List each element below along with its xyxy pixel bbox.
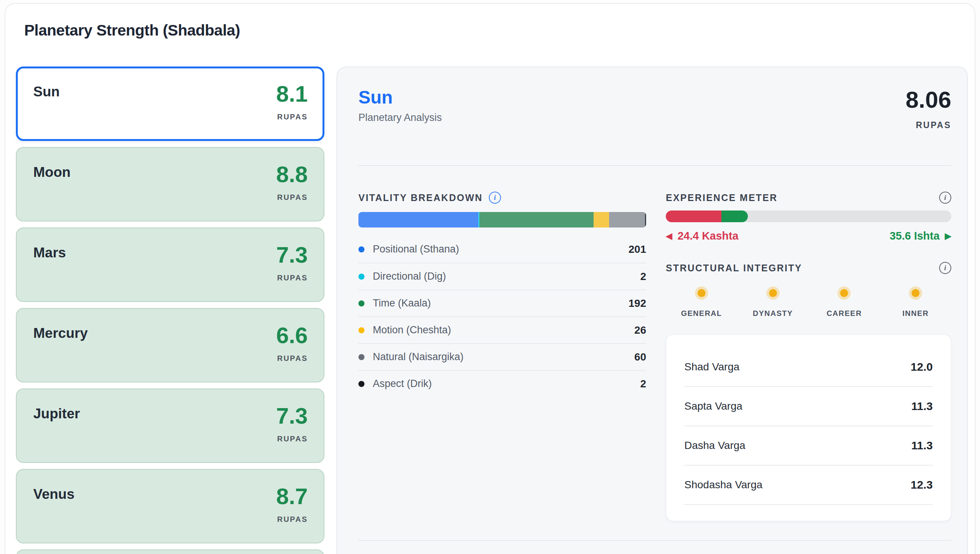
integrity-item: GENERAL xyxy=(666,280,737,318)
detail-subtitle: Planetary Analysis xyxy=(359,112,442,124)
panel-header: Sun Planetary Analysis 8.06 RUPAS xyxy=(359,88,951,131)
vitality-bar-segment xyxy=(609,212,645,228)
left-arrow-icon: ◀ xyxy=(666,231,672,241)
vitality-value: 26 xyxy=(634,324,646,336)
planet-name: Jupiter xyxy=(33,404,80,462)
experience-meter-labels: ◀ 24.4 Kashta 35.6 Ishta ▶ xyxy=(666,230,951,242)
integrity-section: STRUCTURAL INTEGRITY i GENERAL xyxy=(666,262,951,318)
planet-card[interactable]: Venus 8.7 RUPAS xyxy=(16,469,324,543)
planet-units-label: RUPAS xyxy=(277,435,308,443)
header-divider xyxy=(359,165,951,166)
status-dot-icon xyxy=(698,289,706,297)
experience-meter-kashta-fill xyxy=(666,210,721,222)
planet-score: 8.8 RUPAS xyxy=(276,162,308,221)
integrity-item: DYNASTY xyxy=(737,280,809,318)
planet-value: 8.7 xyxy=(276,484,308,509)
vitality-bar-segment xyxy=(480,212,594,228)
panel-header-left: Sun Planetary Analysis xyxy=(359,88,442,131)
vitality-label: Positional (Sthana) xyxy=(373,244,459,255)
vitality-label: Directional (Dig) xyxy=(373,271,446,282)
info-icon[interactable]: i xyxy=(939,262,951,274)
page-title: Planetary Strength (Shadbala) xyxy=(24,21,968,40)
planet-units-label: RUPAS xyxy=(277,193,308,202)
right-arrow-icon: ▶ xyxy=(945,231,951,241)
vitality-stacked-bar xyxy=(359,212,646,228)
varga-card: Shad Varga 12.0 Sapta Varga 11.3 Dasha V… xyxy=(666,334,951,521)
planet-card[interactable]: Moon 8.8 RUPAS xyxy=(16,147,324,221)
integrity-label: GENERAL xyxy=(681,309,722,318)
planet-name: Mars xyxy=(33,243,66,301)
legend-dot-icon xyxy=(359,327,365,333)
vitality-label: Motion (Cheshta) xyxy=(373,324,451,336)
vitality-heading: VITALITY BREAKDOWN xyxy=(359,193,483,203)
experience-heading-row: EXPERIENCE METER i xyxy=(666,192,951,204)
ishta-label: 35.6 Ishta ▶ xyxy=(890,230,951,242)
status-dot-icon xyxy=(911,289,919,297)
varga-label: Dasha Varga xyxy=(684,439,745,452)
vitality-label: Aspect (Drik) xyxy=(373,378,432,390)
planet-value: 8.1 xyxy=(276,82,308,107)
vitality-row: Directional (Dig) 2 xyxy=(359,263,646,290)
planet-card[interactable]: Mercury 6.6 RUPAS xyxy=(16,308,324,382)
varga-value: 11.3 xyxy=(911,400,933,413)
experience-meter-bar xyxy=(666,210,951,222)
planet-list: Sun 8.1 RUPAS Moon 8.8 RUPAS Mars xyxy=(16,67,324,554)
planet-units-label: RUPAS xyxy=(277,113,308,121)
varga-label: Shad Varga xyxy=(684,361,739,373)
vitality-bar-segment xyxy=(645,212,646,228)
planet-units-label: RUPAS xyxy=(277,274,308,282)
vitality-heading-row: VITALITY BREAKDOWN i xyxy=(359,192,646,204)
vitality-section: VITALITY BREAKDOWN i xyxy=(359,192,646,521)
planet-name: Moon xyxy=(33,162,71,221)
planet-card[interactable]: Mars 7.3 RUPAS xyxy=(16,228,324,302)
varga-value: 12.0 xyxy=(911,360,933,373)
info-icon[interactable]: i xyxy=(939,192,951,204)
legend-dot-icon xyxy=(359,274,365,280)
vitality-row: Time (Kaala) 192 xyxy=(359,290,646,316)
planet-card[interactable]: Jupiter 7.3 RUPAS xyxy=(16,388,324,463)
vitality-bar-segment xyxy=(594,212,609,228)
integrity-label: DYNASTY xyxy=(753,309,793,318)
experience-heading: EXPERIENCE METER xyxy=(666,193,778,203)
vitality-row: Motion (Cheshta) 26 xyxy=(359,316,646,343)
info-icon[interactable]: i xyxy=(489,192,501,204)
planet-card[interactable]: Sun 8.1 RUPAS xyxy=(16,67,324,141)
varga-row: Shad Varga 12.0 xyxy=(684,348,933,387)
vitality-label: Time (Kaala) xyxy=(373,298,431,309)
detail-planet-name: Sun xyxy=(359,88,442,107)
varga-label: Shodasha Varga xyxy=(684,479,763,491)
varga-row: Sapta Varga 11.3 xyxy=(684,387,933,426)
integrity-item: CAREER xyxy=(809,280,880,318)
vitality-value: 60 xyxy=(634,351,646,363)
status-dot-icon xyxy=(840,289,848,297)
legend-dot-icon xyxy=(359,301,365,306)
planet-value: 8.8 xyxy=(276,162,308,187)
insights-divider xyxy=(359,540,951,541)
vitality-value: 201 xyxy=(628,244,646,255)
varga-row: Dasha Varga 11.3 xyxy=(684,426,933,466)
planet-name: Sun xyxy=(33,82,60,139)
detail-total-value: 8.06 xyxy=(905,88,951,112)
integrity-heading: STRUCTURAL INTEGRITY xyxy=(666,263,802,274)
kashta-text: 24.4 Kashta xyxy=(677,230,738,242)
vitality-bar-segment xyxy=(359,212,478,228)
kashta-label: ◀ 24.4 Kashta xyxy=(666,230,738,242)
detail-score: 8.06 RUPAS xyxy=(905,88,951,131)
content: Sun 8.1 RUPAS Moon 8.8 RUPAS Mars xyxy=(16,67,968,554)
integrity-grid: GENERAL DYNASTY CAREER xyxy=(666,280,951,318)
planet-units-label: RUPAS xyxy=(277,354,308,363)
detail-units-label: RUPAS xyxy=(916,120,951,131)
legend-dot-icon xyxy=(359,354,365,360)
integrity-label: CAREER xyxy=(827,309,862,318)
planet-card[interactable]: RUPAS xyxy=(16,549,324,554)
analysis-panel: Sun Planetary Analysis 8.06 RUPAS VITALI… xyxy=(336,67,968,554)
varga-row: Shodasha Varga 12.3 xyxy=(684,466,933,505)
integrity-heading-row: STRUCTURAL INTEGRITY i xyxy=(666,262,951,274)
status-dot-icon xyxy=(769,289,777,297)
planet-value: 7.3 xyxy=(276,243,308,267)
vitality-row: Aspect (Drik) 2 xyxy=(359,370,646,397)
vitality-value: 2 xyxy=(640,378,646,390)
vitality-list: Positional (Sthana) 201 Directional (Dig… xyxy=(359,236,646,397)
integrity-item: INNER xyxy=(880,280,951,318)
varga-value: 11.3 xyxy=(911,439,933,452)
